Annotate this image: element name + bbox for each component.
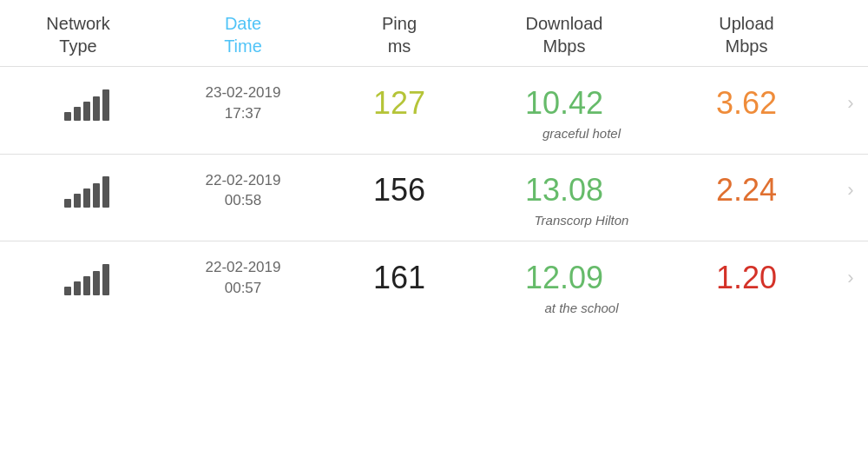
table-row[interactable]: 22-02-2019 00:57 161 12.09 1.20 › at the… — [0, 241, 868, 328]
header-download: Download Mbps — [469, 12, 660, 57]
header-upload: Upload Mbps — [660, 12, 833, 57]
row-chevron[interactable]: › — [833, 267, 868, 289]
row-chevron[interactable]: › — [833, 92, 868, 115]
location-label: graceful hotel — [542, 126, 621, 141]
header-network-type: Network Type — [0, 12, 156, 57]
header-ping: Ping ms — [330, 12, 469, 57]
date-time-value: 22-02-2019 00:57 — [156, 257, 330, 299]
network-type-icon — [0, 261, 156, 295]
header-date-time: Date Time — [156, 12, 330, 57]
date-time-value: 23-02-2019 17:37 — [156, 83, 330, 124]
download-value: 10.42 — [469, 85, 660, 122]
location-label: at the school — [544, 301, 618, 315]
download-value: 13.08 — [469, 172, 660, 208]
upload-value: 2.24 — [660, 172, 833, 208]
location-label: Transcorp Hilton — [535, 213, 629, 228]
table-header: Network Type Date Time Ping ms Download … — [0, 0, 868, 67]
ping-value: 156 — [330, 172, 469, 208]
network-type-icon — [0, 173, 156, 208]
network-type-icon — [0, 86, 156, 121]
ping-value: 161 — [330, 260, 469, 296]
speed-test-table: Network Type Date Time Ping ms Download … — [0, 0, 868, 476]
download-value: 12.09 — [469, 260, 660, 296]
row-chevron[interactable]: › — [833, 179, 868, 202]
upload-value: 1.20 — [660, 260, 833, 296]
upload-value: 3.62 — [660, 85, 833, 122]
table-row[interactable]: 23-02-2019 17:37 127 10.42 3.62 › gracef… — [0, 67, 868, 155]
ping-value: 127 — [330, 85, 469, 122]
date-time-value: 22-02-2019 00:58 — [156, 170, 330, 212]
table-row[interactable]: 22-02-2019 00:58 156 13.08 2.24 › Transc… — [0, 155, 868, 242]
